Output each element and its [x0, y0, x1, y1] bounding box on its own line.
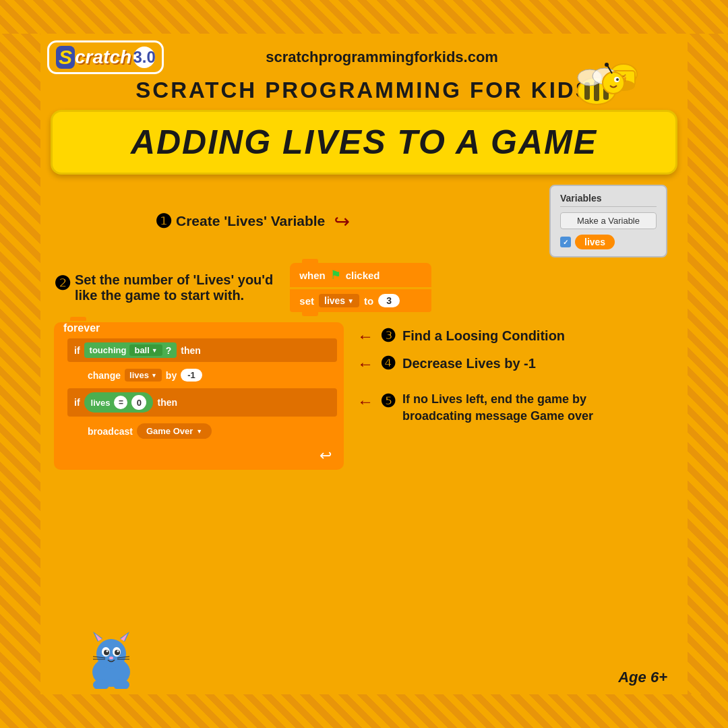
svg-point-14: [605, 63, 609, 67]
step5-line2: broadcating message Game over: [402, 408, 593, 425]
lives-change-dropdown: lives ▼: [125, 369, 162, 382]
cat-illustration: [81, 628, 142, 689]
lives-change-label: lives: [129, 370, 149, 380]
step1-label: Create 'Lives' Variable: [176, 213, 325, 229]
bee-illustration: 🍯: [556, 37, 644, 125]
step2-number: ❷: [54, 272, 71, 295]
step2-text-area: ❷ Set the number of 'Lives' you'd like t…: [54, 272, 273, 303]
value-block: 3: [378, 294, 400, 307]
step3-row: ← ❸ Find a Loosing Condition: [357, 326, 674, 346]
then2-label: then: [157, 397, 177, 408]
step2-lines: Set the number of 'Lives' you'd like the…: [75, 272, 273, 303]
broadcast-block: broadcast Game Over ▼: [81, 419, 337, 443]
green-flag-icon: ⚑: [330, 268, 341, 282]
touching-label: touching: [90, 345, 127, 355]
logo-rest: cratch: [75, 47, 131, 68]
if-label: if: [74, 345, 80, 356]
touching-block: touching ball ▼ ?: [84, 342, 177, 358]
arrow5-icon: ←: [357, 392, 373, 411]
step4-row: ← ❹ Decrease Lives by -1: [357, 353, 674, 374]
stripe-top: [0, 0, 728, 34]
if-lives-zero-block: if lives = 0 then: [67, 388, 337, 417]
variable-checkbox: ✓: [560, 237, 571, 247]
lives-change-arrow: ▼: [151, 372, 157, 379]
step2-line2: like the game to start with.: [75, 288, 273, 303]
equals-symbol: =: [114, 396, 127, 409]
variables-title: Variables: [560, 193, 657, 207]
svg-point-16: [96, 639, 126, 669]
when-label: when: [299, 270, 325, 281]
stripe-right: [688, 0, 728, 728]
svg-point-25: [107, 650, 109, 653]
steps-area: ❶ Create 'Lives' Variable ↩ Variables Ma…: [40, 185, 688, 470]
dropdown-arrow-icon: ▼: [347, 297, 354, 305]
variables-panel: Variables Make a Variable ✓ lives: [549, 185, 667, 257]
step5-number: ❺: [380, 391, 396, 412]
neg-one-value: -1: [181, 369, 202, 382]
when-clicked-blocks: when ⚑ clicked set lives ▼ to 3: [290, 263, 431, 312]
step5-text: If no Lives left, end the game by broadc…: [402, 391, 593, 425]
step4-number: ❹: [380, 353, 396, 374]
arrow3-icon: ←: [357, 327, 373, 346]
lives-variable-badge: lives: [575, 235, 615, 249]
step4-label: Decrease Lives by -1: [402, 356, 536, 371]
step3-label: Find a Loosing Condition: [402, 328, 565, 344]
make-variable-btn[interactable]: Make a Variable: [560, 212, 657, 229]
step3-number: ❸: [380, 326, 396, 346]
bottom-section: forever if touching ball ▼ ? then: [54, 322, 674, 470]
step1-arrow-icon: ↩: [334, 210, 350, 233]
topic-title: Adding Lives To A Game: [73, 123, 655, 162]
svg-point-10: [603, 72, 624, 94]
step1-label-area: ❶ Create 'Lives' Variable ↩: [155, 210, 350, 233]
scratch-logo: S cratch 3.0: [47, 40, 164, 74]
when-clicked-block: when ⚑ clicked: [290, 263, 431, 287]
ball-dropdown-arrow: ▼: [152, 347, 158, 354]
svg-point-12: [616, 78, 619, 81]
lives2-label: lives: [91, 398, 111, 408]
step5-row: ← ❺ If no Lives left, end the game by br…: [357, 391, 674, 425]
clicked-label: clicked: [346, 270, 380, 281]
svg-point-26: [117, 650, 119, 653]
change-label: change: [88, 370, 121, 381]
if2-label: if: [74, 397, 80, 408]
ball-label: ball: [134, 345, 149, 355]
loop-arrow-icon: ↩: [61, 447, 337, 464]
age-badge: Age 6+: [618, 669, 667, 686]
stripe-bottom: [0, 694, 728, 728]
step2-area: ❷ Set the number of 'Lives' you'd like t…: [54, 263, 674, 312]
gameover-dropdown-block: Game Over ▼: [137, 423, 212, 439]
by-label: by: [166, 370, 177, 381]
step5-line1: If no Lives left, end the game by: [402, 391, 593, 408]
set-block: set lives ▼ to 3: [290, 289, 431, 312]
set-label: set: [299, 295, 314, 307]
check-icon: ✓: [563, 239, 568, 246]
gameover-arrow: ▼: [196, 428, 202, 435]
arrow4-icon: ←: [357, 355, 373, 373]
ball-dropdown: ball ▼: [129, 344, 162, 356]
step1-number: ❶: [155, 210, 172, 233]
question-mark: ?: [166, 345, 172, 356]
lives-dropdown-block: lives ▼: [319, 294, 359, 307]
svg-point-27: [109, 657, 113, 659]
then-label: then: [181, 345, 201, 356]
logo-version: 3.0: [133, 47, 155, 68]
change-lives-block: change lives ▼ by -1: [81, 365, 337, 386]
to-label: to: [364, 295, 373, 307]
stripe-left: [0, 0, 40, 728]
step1-row: ❶ Create 'Lives' Variable ↩ Variables Ma…: [54, 185, 674, 257]
logo-s: S: [56, 46, 75, 69]
step2-line1: Set the number of 'Lives' you'd: [75, 272, 273, 288]
gameover-label: Game Over: [146, 426, 193, 436]
lives-equals-diamond: lives = 0: [84, 392, 154, 413]
lives-dropdown-label: lives: [324, 295, 345, 306]
forever-label: forever: [61, 322, 337, 334]
website-url: scratchprogrammingforkids.com: [164, 49, 600, 66]
forever-block: forever if touching ball ▼ ? then: [54, 322, 344, 470]
if-touching-block: if touching ball ▼ ? then: [67, 338, 337, 362]
zero-value: 0: [131, 395, 146, 410]
broadcast-label: broadcast: [88, 426, 133, 437]
right-steps: ← ❸ Find a Loosing Condition ← ❹ Decreas…: [357, 322, 674, 425]
variable-item: ✓ lives: [560, 235, 657, 249]
